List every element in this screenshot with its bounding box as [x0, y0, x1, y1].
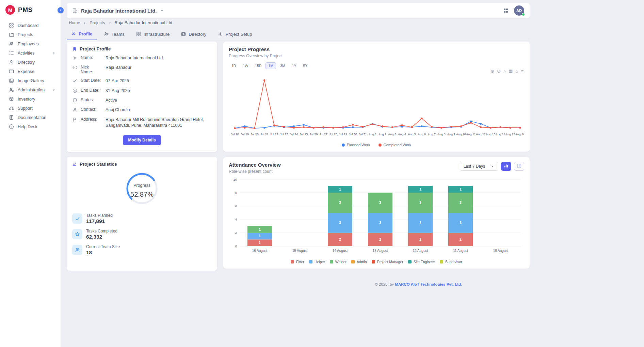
range-1d[interactable]: 1D — [229, 62, 239, 69]
legend-item[interactable]: Planned Work — [342, 143, 370, 147]
date-range-select[interactable]: Last 7 Days — [460, 162, 498, 171]
menu-icon[interactable]: ≡ — [521, 69, 524, 73]
sidebar-item-expense[interactable]: Expense — [0, 67, 61, 76]
progress-line-chart[interactable]: Jul 18Jul 19Jul 20Jul 21Jul 22Jul 23Jul … — [229, 71, 524, 141]
tab-directory[interactable]: Directory — [177, 29, 211, 40]
attendance-bar-chart[interactable]: 024681011116 August15 August233114 Augus… — [229, 175, 524, 258]
sidebar-item-administration[interactable]: Administration — [0, 85, 61, 94]
breadcrumb-home[interactable]: Home — [69, 20, 80, 25]
sidebar-item-directory[interactable]: Directory — [0, 58, 61, 67]
pan-icon[interactable]: ▦ — [509, 69, 513, 73]
svg-text:3: 3 — [339, 201, 341, 205]
range-3m[interactable]: 3M — [277, 62, 288, 69]
legend-item[interactable]: Fitter — [291, 260, 304, 264]
sidebar-item-label: Documentation — [18, 115, 46, 120]
svg-text:Aug 10: Aug 10 — [456, 133, 466, 136]
range-15d[interactable]: 15D — [252, 62, 264, 69]
tab-project-setup[interactable]: Project Setup — [213, 29, 256, 40]
sidebar-item-documentation[interactable]: Documentation — [0, 113, 61, 122]
chart-subtitle: Progress Overview by Project — [229, 54, 524, 58]
field-start-date: Start Date: 07-Apr-2025 — [72, 78, 212, 84]
sidebar-item-projects[interactable]: Projects — [0, 30, 61, 39]
legend-item[interactable]: Completed Work — [379, 143, 412, 147]
svg-text:Jul 24: Jul 24 — [290, 133, 298, 136]
stat-value: 18 — [86, 250, 120, 256]
legend-swatch — [291, 260, 294, 263]
credit-card-icon — [9, 69, 14, 74]
range-1y[interactable]: 1Y — [289, 62, 299, 69]
sidebar-item-image-gallery[interactable]: Image Gallery — [0, 76, 61, 85]
breadcrumb-projects[interactable]: Projects — [90, 20, 105, 25]
home-icon[interactable]: ⌂ — [516, 69, 518, 73]
legend-swatch — [351, 260, 355, 263]
field-value: Raja Bahadur Mill Rd, behind Sheraton Gr… — [106, 117, 210, 129]
tab-infrastructure[interactable]: Infrastructure — [132, 29, 174, 40]
sidebar-item-support[interactable]: Support — [0, 104, 61, 113]
sidebar-item-label: Projects — [18, 32, 33, 37]
user-avatar[interactable]: AD — [514, 5, 524, 16]
chart-title: Attendance Overview — [229, 162, 281, 168]
sidebar-item-label: Expense — [18, 69, 34, 74]
sidebar-item-help-desk[interactable]: ? Help Desk — [0, 122, 61, 131]
sidebar-item-inventory[interactable]: Inventory — [0, 94, 61, 104]
sidebar-collapse-button[interactable] — [58, 7, 64, 13]
svg-text:Jul 28: Jul 28 — [329, 133, 337, 136]
person-icon — [71, 31, 76, 36]
table-view-button[interactable] — [514, 162, 524, 171]
sidebar-item-label: Activities — [18, 51, 34, 56]
avatar-initials: AD — [516, 9, 522, 13]
bar-view-button[interactable] — [501, 162, 511, 171]
dashboard-icon — [9, 23, 14, 28]
svg-text:2: 2 — [460, 238, 462, 241]
range-1w[interactable]: 1W — [240, 62, 251, 69]
stat-value: 117,891 — [86, 218, 113, 224]
document-icon — [9, 115, 14, 120]
sidebar-item-activities[interactable]: Activities — [0, 48, 61, 58]
sidebar-item-dashboard[interactable]: Dashboard — [0, 21, 61, 30]
svg-text:Jul 18: Jul 18 — [231, 133, 239, 136]
apps-grid-icon[interactable] — [503, 8, 509, 13]
zoom-icon[interactable]: ⌕ — [503, 69, 506, 73]
legend-item[interactable]: Welder — [330, 260, 347, 264]
svg-text:3: 3 — [419, 221, 421, 225]
modify-details-button[interactable]: Modify Details — [123, 135, 161, 145]
legend-label: Helper — [315, 260, 325, 264]
svg-text:Aug 12: Aug 12 — [476, 133, 486, 136]
legend-item[interactable]: Admin — [351, 260, 367, 264]
footer: © 2025, by MARCO AIoT Technologies Pvt. … — [67, 282, 530, 286]
tab-profile[interactable]: Profile — [67, 29, 97, 40]
legend-item[interactable]: Supervisor — [440, 260, 462, 264]
table-icon — [517, 163, 521, 169]
legend-label: Project Manager — [377, 260, 403, 264]
contact-card-icon — [181, 32, 186, 37]
zoom-out-icon[interactable]: ⊖ — [497, 69, 501, 73]
svg-text:16 August: 16 August — [252, 249, 268, 253]
legend-item[interactable]: Helper — [309, 260, 325, 264]
range-5y[interactable]: 5Y — [300, 62, 310, 69]
svg-text:10 August: 10 August — [493, 249, 509, 253]
company-selector[interactable]: Raja Bahadur International Ltd. — [72, 8, 164, 14]
gauge-arc — [125, 171, 159, 206]
main-content: Project Profile Name: Raja Bahadur Inter… — [67, 42, 530, 271]
app-logo[interactable]: M PMS — [0, 0, 61, 21]
svg-text:1: 1 — [259, 228, 261, 231]
stat-tasks-completed: Tasks Completed 62,332 — [72, 229, 212, 240]
legend-dot — [379, 144, 382, 147]
legend-item[interactable]: Project Manager — [372, 260, 403, 264]
bar-chart-icon — [504, 163, 509, 169]
admin-icon — [9, 87, 14, 92]
range-1m[interactable]: 1M — [265, 62, 276, 69]
field-address: Address: Raja Bahadur Mill Rd, behind Sh… — [72, 117, 212, 129]
star-icon — [72, 229, 82, 239]
tab-label: Project Setup — [225, 32, 252, 37]
svg-text:Aug 9: Aug 9 — [447, 133, 455, 136]
shield-icon — [72, 97, 78, 103]
footer-company-link[interactable]: MARCO AIoT Technologies Pvt. Ltd. — [395, 282, 462, 286]
tab-teams[interactable]: Teams — [99, 29, 129, 40]
legend-item[interactable]: Site Engineer — [408, 260, 435, 264]
field-label: Nick Name: — [81, 65, 102, 74]
zoom-in-icon[interactable]: ⊕ — [490, 69, 494, 73]
chevron-down-icon — [490, 164, 495, 168]
chart-title: Project Progress — [229, 46, 524, 52]
sidebar-item-employees[interactable]: Employees — [0, 39, 61, 48]
